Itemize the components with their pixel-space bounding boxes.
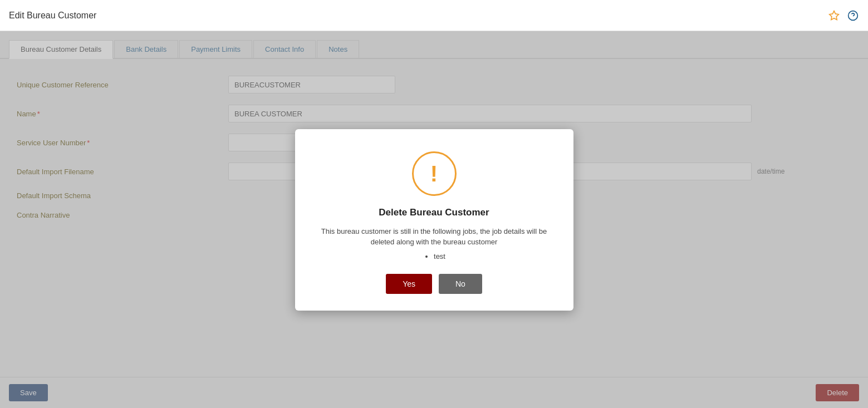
page-title: Edit Bureau Customer bbox=[9, 11, 96, 21]
modal-title: Delete Bureau Customer bbox=[379, 207, 489, 218]
modal-list: test bbox=[434, 252, 445, 260]
main-content: Bureau Customer Details Bank Details Pay… bbox=[0, 31, 868, 408]
top-bar-icons bbox=[828, 9, 859, 22]
modal-no-button[interactable]: No bbox=[439, 274, 482, 294]
star-icon[interactable] bbox=[828, 9, 840, 22]
modal-dialog: ! Delete Bureau Customer This bureau cus… bbox=[295, 129, 573, 311]
top-bar: Edit Bureau Customer bbox=[0, 0, 868, 31]
modal-yes-button[interactable]: Yes bbox=[386, 274, 432, 294]
help-icon[interactable] bbox=[847, 9, 859, 22]
modal-warning-icon: ! bbox=[412, 151, 457, 196]
modal-overlay: ! Delete Bureau Customer This bureau cus… bbox=[0, 31, 868, 408]
modal-message: This bureau customer is still in the fol… bbox=[317, 226, 551, 248]
modal-buttons: Yes No bbox=[386, 274, 482, 294]
modal-list-item: test bbox=[434, 252, 445, 260]
svg-marker-0 bbox=[830, 11, 839, 19]
